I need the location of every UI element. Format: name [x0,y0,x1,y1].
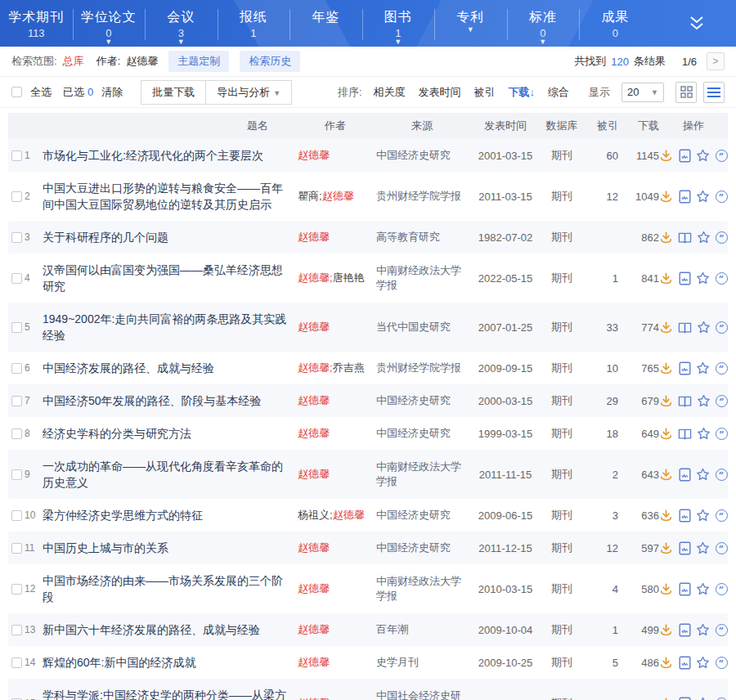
nav-tab-年鉴[interactable]: 年鉴 [289,0,362,47]
nav-tab-专利[interactable]: 专利▼ [434,0,507,47]
result-title-link[interactable]: 中国大豆进出口形势的逆转与粮食安全——百年间中国大豆国际贸易地位的逆转及其历史启… [43,180,291,213]
row-checkbox[interactable] [11,657,22,668]
sort-option-相关度[interactable]: 相关度 [374,85,406,100]
quote-icon[interactable]: ” [715,697,728,700]
nav-tab-学术期刊[interactable]: 学术期刊113 [0,0,73,47]
download-icon[interactable] [659,271,673,285]
row-checkbox[interactable] [11,510,22,521]
source-link[interactable]: 贵州财经学院学报 [376,190,461,202]
source-link[interactable]: 高等教育研究 [376,231,440,243]
nav-tab-标准[interactable]: 标准0▼ [507,0,580,47]
topic-customize-button[interactable]: 主题定制 [168,51,229,72]
html-read-icon[interactable] [678,509,691,523]
favorite-star-icon[interactable] [697,321,711,334]
favorite-star-icon[interactable] [696,271,710,285]
html-read-icon[interactable] [678,361,691,375]
download-icon[interactable] [659,582,673,596]
favorite-star-icon[interactable] [697,394,711,408]
result-title-link[interactable]: 中国经济发展的路径、成就与经验 [43,360,291,376]
author-link[interactable]: 赵德馨 [298,321,330,333]
cited-count[interactable]: 1 [586,272,618,285]
row-checkbox[interactable] [11,322,22,333]
author-link[interactable]: 赵德馨 [298,623,330,635]
download-icon[interactable] [659,427,673,441]
author-link[interactable]: 赵德馨 [298,149,330,161]
source-link[interactable]: 中国经济史研究 [376,149,451,161]
scope-value[interactable]: 总库 [63,54,84,69]
author-link[interactable]: 赵德馨 [298,697,330,700]
download-icon[interactable] [659,697,673,700]
result-title-link[interactable]: 辉煌的60年:新中国的经济成就 [43,654,291,671]
author-link[interactable]: 赵德馨 [298,394,330,406]
quote-icon[interactable]: ” [715,509,728,523]
favorite-star-icon[interactable] [696,582,710,596]
quote-icon[interactable]: ” [715,190,728,204]
favorite-star-icon[interactable] [696,623,710,637]
download-icon[interactable] [659,656,673,670]
quote-icon[interactable]: ” [716,394,728,408]
nav-tab-报纸[interactable]: 报纸1 [218,0,290,47]
download-icon[interactable] [659,394,673,408]
author-link[interactable]: 赵德馨 [298,468,330,480]
source-link[interactable]: 中国社会经济史研究 [376,689,461,700]
source-link[interactable]: 中国经济史研究 [376,509,451,521]
html-read-icon[interactable] [678,623,691,637]
result-title-link[interactable]: 学科与学派:中国经济史学的两种分类——从梁方仲的学术地位说起 [43,687,291,700]
author-link[interactable]: 赵德馨 [333,509,365,521]
row-checkbox[interactable] [11,273,22,284]
result-title-link[interactable]: 市场化与工业化:经济现代化的两个主要层次 [43,147,291,164]
source-link[interactable]: 中国经济史研究 [376,394,451,406]
author-link[interactable]: 赵德馨 [298,541,330,554]
cited-count[interactable]: 18 [586,428,618,440]
download-icon[interactable] [659,509,673,523]
clear-selection-button[interactable]: 清除 [101,85,123,100]
result-title-link[interactable]: 梁方仲经济史学思维方式的特征 [43,507,291,523]
quote-icon[interactable]: ” [715,582,728,596]
quote-icon[interactable]: ” [715,361,728,375]
download-icon[interactable] [659,321,673,334]
batch-download-button[interactable]: 批量下载 [141,80,206,105]
download-icon[interactable] [659,468,673,482]
list-view-button[interactable] [703,82,725,103]
author-link[interactable]: 乔吉燕 [333,361,365,374]
quote-icon[interactable]: ” [715,271,728,285]
favorite-star-icon[interactable] [696,190,710,204]
html-read-icon[interactable] [678,468,691,482]
cited-count[interactable]: 2 [586,469,618,481]
page-size-select[interactable]: 20 ▼ [622,83,664,102]
quote-icon[interactable]: ” [715,656,728,670]
cited-count[interactable]: 29 [586,395,618,407]
quote-icon[interactable]: ” [715,149,728,163]
favorite-star-icon[interactable] [696,541,710,555]
download-icon[interactable] [659,623,673,637]
cited-count[interactable]: 4 [586,583,618,595]
author-link[interactable]: 赵德馨 [322,190,354,202]
source-link[interactable]: 中国经济史研究 [376,541,451,554]
result-title-link[interactable]: 汉帝国何以由富国变为强国——桑弘羊经济思想研究 [43,262,291,294]
html-read-icon[interactable] [678,656,691,670]
row-checkbox[interactable] [11,625,22,635]
favorite-star-icon[interactable] [696,468,710,482]
author-link[interactable]: 唐艳艳 [333,271,365,284]
quote-icon[interactable]: ” [715,541,728,555]
result-title-link[interactable]: 中国历史上城与市的关系 [43,540,291,556]
download-icon[interactable] [659,231,673,245]
html-read-icon[interactable] [678,271,691,285]
book-read-icon[interactable] [678,231,692,245]
sort-option-被引[interactable]: 被引 [474,85,496,100]
author-link[interactable]: 赵德馨; [298,271,333,284]
export-analyze-button[interactable]: 导出与分析▼ [205,80,292,105]
author-link[interactable]: 赵德馨; [298,361,333,374]
cited-count[interactable]: 1 [586,624,618,636]
nav-tab-图书[interactable]: 图书1▼ [362,0,435,47]
author-link[interactable]: 赵德馨 [298,656,330,668]
row-checkbox[interactable] [11,150,22,161]
result-title-link[interactable]: 一次成功的革命——从现代化角度看辛亥革命的历史意义 [43,458,291,491]
cited-count[interactable]: 2 [586,698,618,700]
source-link[interactable]: 当代中国史研究 [376,321,451,333]
favorite-star-icon[interactable] [696,656,710,670]
book-read-icon[interactable] [678,427,692,441]
book-read-icon[interactable] [678,321,692,334]
author-link[interactable]: 瞿商; [298,190,322,202]
author-link[interactable]: 杨祖义; [298,509,333,521]
